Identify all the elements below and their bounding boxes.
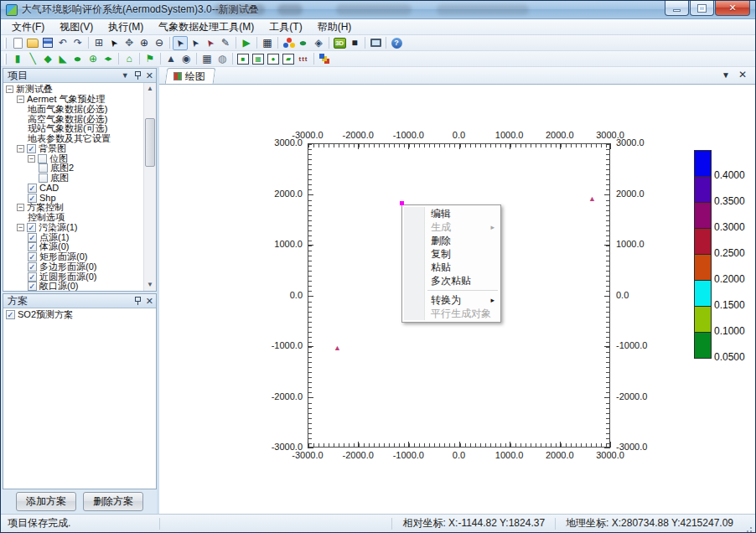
tree-checkbox[interactable] [39,173,48,183]
context-menu-item[interactable]: 多次粘贴 [403,274,500,287]
building-tool-icon[interactable]: ⌂ [122,52,137,66]
edit-object-icon[interactable]: ✎ [218,36,233,50]
pin-icon[interactable] [134,297,142,305]
new-file-icon[interactable] [10,36,25,50]
toolbar-grip[interactable] [4,38,7,49]
layers-icon[interactable]: ◈ [311,36,326,50]
help-icon[interactable]: ? [389,36,404,50]
drawing-canvas[interactable]: 编辑生成▸删除复制粘贴多次粘贴转换为▸平行生成对象 -3000.0-3000.0… [159,85,755,514]
tab-list-dropdown-icon[interactable]: ▼ [722,70,730,80]
polygon-source-tool-icon[interactable]: ◣ [55,52,70,66]
tab-close-icon[interactable]: ✕ [738,69,747,80]
save-icon[interactable] [40,36,55,50]
color-dots-icon[interactable] [281,36,296,50]
tree-item[interactable]: −✓污染源(1) [3,223,143,233]
tree-item[interactable]: ✓SO2预测方案 [3,310,156,320]
open-folder-icon[interactable] [25,36,40,50]
tree-checkbox[interactable]: ✓ [28,252,37,261]
tree-checkbox[interactable]: ✓ [28,282,37,291]
add-vertex-icon[interactable]: ➤ [188,36,203,50]
selected-point-marker[interactable] [400,201,404,205]
diamond-source-tool-icon[interactable]: ◆ [40,52,55,66]
north-arrow-icon[interactable]: ▲ [163,52,179,66]
delete-scheme-button[interactable]: 删除方案 [83,492,143,511]
tree-item[interactable]: −✓背景图 [3,144,143,154]
tree-item[interactable]: ✓点源(1) [3,232,143,242]
grid-select-icon[interactable]: ▦ [260,36,275,50]
tree-expander-icon[interactable]: − [17,145,24,153]
run-icon[interactable]: ▶ [239,36,254,50]
undo-icon[interactable]: ↶ [55,36,70,50]
context-menu-item[interactable]: 粘贴 [403,261,500,274]
legend-swatches-icon[interactable] [317,52,332,66]
flag-tool-icon[interactable]: ⚑ [142,52,158,66]
tree-scrollbar[interactable]: ▲ ▼ [143,83,156,291]
delete-vertex-icon[interactable]: ➤ [203,36,218,50]
circle-source-tool-icon[interactable]: ⊕ [85,52,101,66]
select-arrow-icon[interactable]: ➤ [106,36,122,50]
tab-drawing[interactable]: 绘图 [165,68,216,84]
pin-icon[interactable] [134,71,142,80]
toolbar-grip[interactable] [4,54,7,65]
point-source-tool-icon[interactable]: ▮ [10,52,25,66]
context-menu-item[interactable]: 复制 [403,247,500,261]
menu-item[interactable]: 文件(F) [4,18,52,36]
boxed-circle-icon[interactable]: ● [266,52,281,66]
monitor-icon[interactable] [368,36,383,50]
line-source-tool-icon[interactable]: ╲ [25,52,40,66]
tree-checkbox[interactable]: ✓ [28,184,37,193]
menu-item[interactable]: 帮助(H) [310,18,360,36]
scroll-track[interactable] [144,95,156,279]
menu-item[interactable]: 工具(T) [261,18,309,36]
cube-icon[interactable]: ■ [347,36,362,50]
contour-fill-icon[interactable]: ● [296,36,311,50]
tree-item[interactable]: −方案控制 [3,203,143,213]
source-marker-triangle[interactable]: ▲ [334,344,341,352]
tree-checkbox[interactable]: ✓ [28,233,37,242]
edit-vertex-icon[interactable]: ➤ [173,36,188,50]
menu-item[interactable]: 执行(M) [101,18,151,36]
tree-item[interactable]: 地表参数及其它设置 [3,134,143,144]
redo-icon[interactable]: ↷ [70,36,85,50]
boxed-square-icon[interactable]: ■ [236,52,251,66]
tree-item[interactable]: ✓CAD [3,184,143,194]
tree-item[interactable]: ✓Shp [3,193,143,203]
tree-checkbox[interactable]: ✓ [28,262,37,272]
close-button[interactable]: ✕ [715,1,750,16]
tree-checkbox[interactable]: ✓ [27,223,36,232]
context-menu-item[interactable]: 转换为▸ [403,293,500,307]
source-marker-triangle[interactable]: ▲ [588,195,596,203]
scroll-up-icon[interactable]: ▲ [147,83,153,95]
tree-expander-icon[interactable]: − [17,224,24,231]
tree-item[interactable]: 底图2 [3,163,143,173]
pan-hand-icon[interactable]: ✥ [122,36,137,50]
polar-mesh-icon[interactable]: ◍ [215,52,230,66]
scroll-down-icon[interactable]: ▼ [147,279,153,291]
menu-item[interactable]: 气象数据处理工具(M) [151,18,261,36]
tree-item[interactable]: ✓敞口源(0) [3,282,143,291]
tree-checkbox[interactable]: ✓ [27,144,36,153]
panel-close-icon[interactable]: ✕ [146,71,153,80]
view-3d-icon[interactable]: 3D [332,36,347,50]
maximize-button[interactable] [690,1,714,16]
context-menu-item[interactable]: 删除 [403,234,500,247]
minimize-button[interactable] [665,1,689,16]
zoom-out-icon[interactable]: ⊖ [152,36,167,50]
fit-extent-icon[interactable]: ⊞ [91,36,106,50]
grid-mesh-icon[interactable]: ▦ [199,52,215,66]
boxed-grid-icon[interactable]: ▦ [251,52,266,66]
tree-checkbox[interactable]: ✓ [6,310,15,319]
scroll-thumb[interactable] [145,118,155,167]
tree-checkbox[interactable]: ✓ [28,272,37,282]
context-menu-item[interactable]: 编辑 [403,207,500,220]
tree-expander-icon[interactable]: − [17,96,24,103]
tree-expander-icon[interactable]: − [6,85,13,93]
ellipse-source-tool-icon[interactable]: ● [70,52,85,66]
tree-item[interactable]: 底图 [3,173,143,184]
tree-expander-icon[interactable]: − [17,204,24,211]
add-scheme-button[interactable]: 添加方案 [16,492,76,511]
tree-expander-icon[interactable]: − [28,155,35,163]
tree-checkbox[interactable]: ✓ [28,242,37,251]
boxed-parallelogram-icon[interactable]: ▰ [281,52,296,66]
globe-icon[interactable]: ◉ [179,52,194,66]
